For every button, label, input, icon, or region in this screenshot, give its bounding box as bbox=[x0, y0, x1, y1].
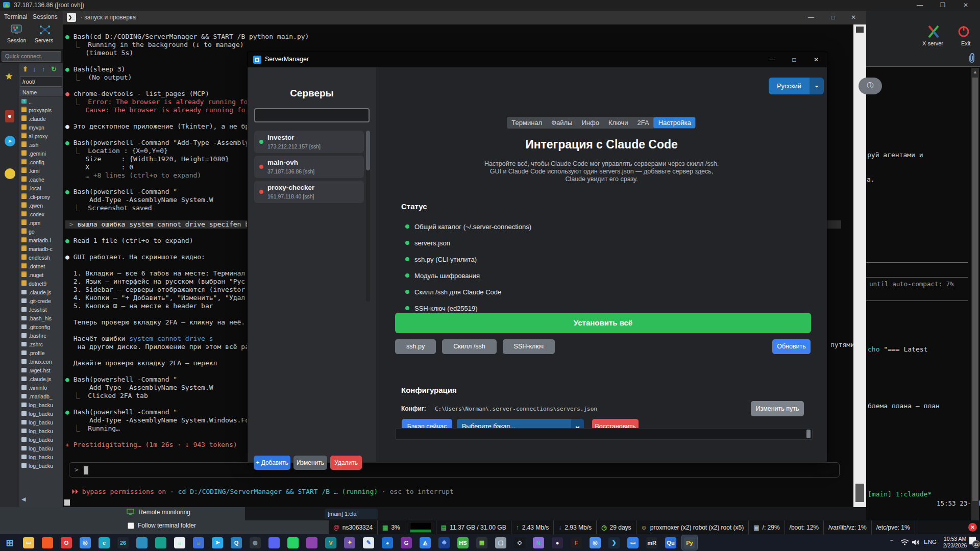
taskbar-icon-onenote[interactable]: ≡ bbox=[191, 535, 206, 550]
taskbar-icon-python-app[interactable]: Py bbox=[682, 535, 697, 550]
taskbar-icon-remote-monitor[interactable]: ▭ bbox=[625, 535, 641, 550]
taskbar-icon-qbittorrent[interactable]: Q bbox=[229, 535, 244, 550]
servers-icon[interactable] bbox=[39, 24, 51, 36]
taskbar-icon-start-menu[interactable]: ⊞ bbox=[2, 535, 17, 550]
server-list-item[interactable]: main-ovh37.187.136.86 [ssh] bbox=[254, 156, 364, 178]
log-scrollbar-thumb[interactable] bbox=[806, 430, 811, 438]
menu-sessions[interactable]: Sessions bbox=[33, 13, 58, 20]
close-icon[interactable]: ✕ bbox=[959, 0, 973, 11]
refresh-button[interactable]: Обновить bbox=[772, 339, 811, 354]
file-row[interactable]: .tmux.con bbox=[19, 357, 63, 366]
taskbar-icon-github-desktop[interactable]: ● bbox=[550, 535, 565, 550]
terminal-scrollbar[interactable] bbox=[853, 24, 866, 507]
x-server-icon[interactable] bbox=[926, 24, 941, 39]
file-row[interactable]: .wget-hst bbox=[19, 366, 63, 374]
component-button-SSH-ключ[interactable]: SSH-ключ bbox=[503, 339, 555, 354]
taskbar-icon-edge-browser[interactable]: e bbox=[96, 535, 112, 550]
paperclip-icon[interactable] bbox=[966, 53, 976, 64]
server-list-item[interactable]: proxy-checker161.97.118.40 [ssh] bbox=[254, 181, 364, 203]
x-server-label[interactable]: X server bbox=[922, 40, 943, 46]
right-scrollbar[interactable]: ▲ bbox=[971, 68, 979, 520]
install-all-button[interactable]: Установить всё bbox=[395, 313, 811, 333]
file-row[interactable]: .codex bbox=[19, 210, 63, 218]
file-row[interactable]: ai-proxy bbox=[19, 132, 63, 140]
checkbox-icon[interactable] bbox=[128, 522, 134, 529]
tab-2FA[interactable]: 2FA bbox=[633, 117, 654, 128]
file-row[interactable]: log_backu bbox=[19, 453, 63, 461]
file-row[interactable]: ↑.. bbox=[19, 97, 63, 106]
collapse-panel-icon[interactable]: ◀ bbox=[21, 496, 26, 503]
file-row[interactable]: .qwen bbox=[19, 201, 63, 210]
language-select[interactable]: Русский bbox=[769, 78, 810, 94]
server-search-input[interactable] bbox=[254, 108, 370, 122]
scrollbar-thumb[interactable] bbox=[855, 484, 864, 502]
file-row[interactable]: log_backu bbox=[19, 409, 63, 418]
file-row[interactable]: .viminfo bbox=[19, 383, 63, 392]
scroll-up-icon[interactable]: ▲ bbox=[973, 69, 977, 74]
terminal-input-box[interactable]: > bbox=[69, 462, 840, 478]
folder-up-icon[interactable]: ⬆ bbox=[22, 65, 28, 73]
file-row[interactable]: .claude bbox=[19, 114, 63, 123]
download-icon[interactable]: ↓ bbox=[33, 65, 36, 73]
edit-server-button[interactable]: Изменить bbox=[293, 456, 327, 470]
session-tab-chip[interactable]: [main] 1:cla bbox=[325, 509, 378, 519]
quick-connect-input[interactable]: Quick connect. bbox=[2, 51, 61, 62]
taskbar-icon-opera-browser[interactable]: O bbox=[59, 535, 74, 550]
file-row[interactable]: .gemini bbox=[19, 149, 63, 158]
minimize-icon[interactable]: — bbox=[913, 0, 927, 11]
maximize-icon[interactable]: ❐ bbox=[936, 0, 950, 11]
file-row[interactable]: .claude.js bbox=[19, 288, 63, 296]
monitor-close-icon[interactable]: ✕ bbox=[968, 523, 977, 532]
file-column-header[interactable]: Name bbox=[19, 88, 63, 97]
taskbar-icon-brave-browser[interactable] bbox=[40, 535, 55, 550]
tab-Файлы[interactable]: Файлы bbox=[547, 117, 577, 128]
taskbar-icon-photos[interactable]: ◭ bbox=[418, 535, 433, 550]
taskbar-icon-photoshop-swirl[interactable]: ◕ bbox=[380, 535, 395, 550]
sm-maximize-icon[interactable]: □ bbox=[787, 55, 802, 65]
taskbar-icon-v5-editor[interactable]: V bbox=[323, 535, 338, 550]
file-row[interactable]: go bbox=[19, 227, 63, 236]
servers-label[interactable]: Servers bbox=[35, 37, 53, 43]
file-row[interactable]: .bashrc bbox=[19, 331, 63, 340]
taskbar-icon-hs-app[interactable]: HS bbox=[455, 535, 471, 550]
taskbar-icon-gimp[interactable]: G bbox=[399, 535, 414, 550]
file-row[interactable]: .gitconfig bbox=[19, 322, 63, 331]
file-row[interactable]: log_backu bbox=[19, 418, 63, 427]
taskbar-icon-dev-tools[interactable]: ✦ bbox=[342, 535, 357, 550]
file-row[interactable]: .kimi bbox=[19, 166, 63, 175]
file-row[interactable]: .bash_his bbox=[19, 314, 63, 322]
tab-Терминал[interactable]: Терминал bbox=[507, 117, 547, 128]
language-chevron-icon[interactable]: ⌄ bbox=[810, 78, 824, 94]
clock[interactable]: 10:53 AM 2/23/2026 bbox=[940, 536, 970, 549]
taskbar-icon-chrome-browser[interactable]: ◎ bbox=[78, 535, 93, 550]
file-row[interactable]: .cli-proxy bbox=[19, 192, 63, 201]
taskbar-icon-paint-tool[interactable] bbox=[304, 535, 320, 550]
exit-power-icon[interactable] bbox=[957, 24, 970, 38]
terminal-minimize-icon[interactable]: — bbox=[804, 12, 818, 23]
file-row[interactable]: dotnet9 bbox=[19, 279, 63, 288]
terminal-maximize-icon[interactable]: □ bbox=[826, 12, 840, 23]
right-scrollbar-thumb[interactable] bbox=[972, 78, 978, 501]
info-button[interactable]: ⓘ bbox=[859, 78, 882, 94]
taskbar-icon-android-studio[interactable] bbox=[153, 535, 168, 550]
taskbar-icon-vscode[interactable] bbox=[134, 535, 150, 550]
taskbar-icon-notepad-plus[interactable]: ✎ bbox=[361, 535, 376, 550]
refresh-icon[interactable]: ↻ bbox=[51, 65, 57, 73]
file-row[interactable]: proxyapis bbox=[19, 106, 63, 114]
delete-server-button[interactable]: Удалить bbox=[330, 456, 362, 470]
taskbar-icon-sandboxie[interactable]: ▢ bbox=[493, 535, 508, 550]
file-row[interactable]: .git-crede bbox=[19, 296, 63, 305]
file-row[interactable]: .dotnet bbox=[19, 262, 63, 270]
file-row[interactable]: log_backu bbox=[19, 400, 63, 409]
file-row[interactable]: endlessh bbox=[19, 253, 63, 262]
sm-close-icon[interactable]: ✕ bbox=[808, 55, 824, 65]
file-row[interactable]: .ssh bbox=[19, 140, 63, 149]
wifi-icon[interactable] bbox=[900, 539, 909, 546]
taskbar-icon-discord[interactable] bbox=[266, 535, 282, 550]
file-row[interactable]: .npm bbox=[19, 218, 63, 227]
speaker-icon[interactable] bbox=[912, 539, 920, 546]
session-icon[interactable] bbox=[10, 24, 22, 36]
taskbar-icon-greenshot[interactable]: ▦ bbox=[474, 535, 489, 550]
component-button-Скилл /ssh[interactable]: Скилл /ssh bbox=[442, 339, 496, 354]
file-row[interactable]: mariadb-i bbox=[19, 236, 63, 244]
